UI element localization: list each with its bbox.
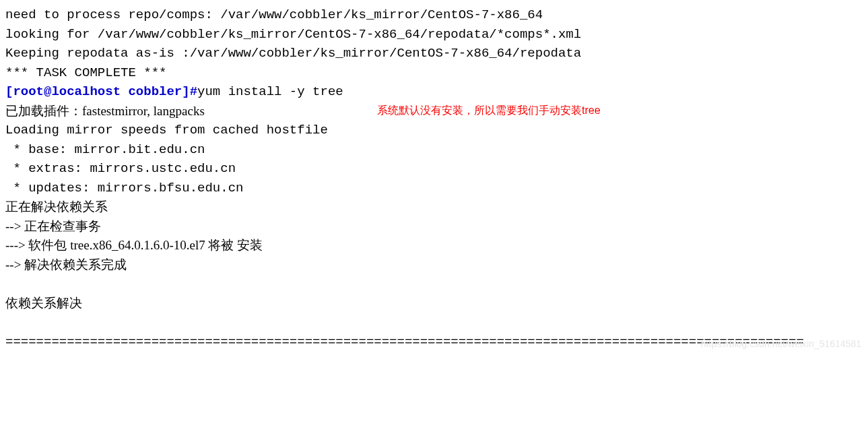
- terminal-line: Loading mirror speeds from cached hostfi…: [5, 121, 863, 140]
- terminal-line: * extras: mirrors.ustc.edu.cn: [5, 159, 863, 179]
- terminal-line: need to process repo/comps: /var/www/cob…: [5, 5, 863, 25]
- terminal-line: Keeping repodata as-is :/var/www/cobbler…: [5, 44, 863, 63]
- terminal-line: * updates: mirrors.bfsu.edu.cn: [5, 179, 863, 198]
- shell-prompt: [root@localhost cobbler]#: [5, 84, 197, 99]
- terminal-line: 正在解决依赖关系: [5, 197, 863, 217]
- terminal-line: ---> 软件包 tree.x86_64.0.1.6.0-10.el7 将被 安…: [5, 236, 863, 255]
- terminal-prompt-line: [root@localhost cobbler]#yum install -y …: [5, 82, 863, 102]
- shell-command: yum install -y tree: [197, 84, 343, 99]
- terminal-blank-line: [5, 313, 863, 332]
- watermark: https://blog.csdn.net/weixin_51614581: [701, 337, 861, 351]
- terminal-line: *** TASK COMPLETE ***: [5, 63, 863, 83]
- annotation-text: 系统默认没有安装，所以需要我们手动安装tree: [377, 102, 601, 119]
- terminal-line: 依赖关系解决: [5, 294, 863, 313]
- terminal-line: --> 解决依赖关系完成: [5, 255, 863, 275]
- terminal-line: * base: mirror.bit.edu.cn: [5, 140, 863, 160]
- terminal-line: looking for /var/www/cobbler/ks_mirror/C…: [5, 25, 863, 44]
- terminal-line: --> 正在检查事务: [5, 217, 863, 237]
- terminal-blank-line: [5, 274, 863, 294]
